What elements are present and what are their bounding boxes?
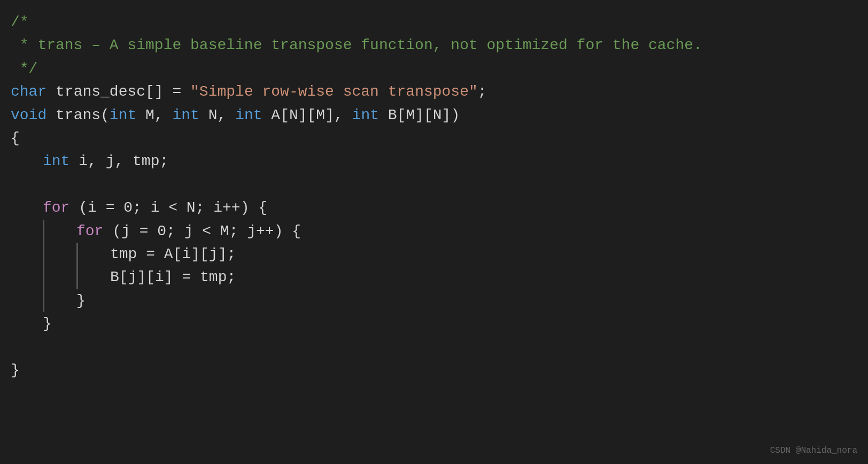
code-text: } (11, 359, 20, 382)
keyword-int: int (235, 104, 262, 127)
code-text: M, (136, 104, 172, 127)
code-line: for (j = 0; j < M; j++) { (44, 220, 857, 243)
code-text: (i = 0; i < N; i++) { (69, 196, 267, 219)
code-line: } (11, 312, 857, 335)
code-line: } (44, 289, 857, 312)
for-block-outer: for (j = 0; j < M; j++) { tmp = A[i][j];… (11, 220, 857, 313)
string-literal: "Simple row-wise scan transpose" (190, 80, 478, 103)
keyword-for: for (76, 220, 103, 243)
keyword-char: char (11, 80, 46, 103)
code-text: N, (199, 104, 235, 127)
code-line: } (11, 359, 857, 382)
keyword-int: int (110, 104, 136, 127)
code-line: */ (11, 57, 857, 80)
code-text: (j = 0; j < M; j++) { (103, 220, 301, 243)
code-text: B[M][N]) (379, 104, 460, 127)
keyword-void: void (11, 104, 46, 127)
code-line: /* (11, 11, 857, 34)
code-line (11, 335, 857, 358)
keyword-int: int (172, 104, 199, 127)
keyword-int: int (43, 150, 69, 173)
code-text: i, j, tmp; (69, 150, 168, 173)
watermark: CSDN @Nahida_nora (770, 444, 857, 458)
code-line: * trans – A simple baseline transpose fu… (11, 34, 857, 57)
code-text: trans_desc[] = (46, 80, 190, 103)
comment: */ (11, 57, 37, 80)
keyword-int: int (352, 104, 379, 127)
code-line: char trans_desc[] = "Simple row-wise sca… (11, 80, 857, 103)
code-text: B[j][i] = tmp; (110, 266, 236, 289)
keyword-for: for (43, 196, 69, 219)
code-text: trans( (46, 104, 110, 127)
comment: * trans – A simple baseline transpose fu… (11, 34, 702, 57)
code-line: tmp = A[i][j]; (78, 243, 857, 266)
code-text: ; (478, 80, 487, 103)
code-container: /* * trans – A simple baseline transpose… (0, 0, 868, 464)
code-block: /* * trans – A simple baseline transpose… (11, 11, 857, 382)
code-line: void trans(int M, int N, int A[N][M], in… (11, 104, 857, 127)
code-line: for (i = 0; i < N; i++) { (11, 196, 857, 219)
code-text: } (43, 312, 52, 335)
for-block-j: tmp = A[i][j]; B[j][i] = tmp; (44, 243, 857, 289)
for-j-content: tmp = A[i][j]; B[j][i] = tmp; (78, 243, 857, 289)
code-line: { (11, 127, 857, 150)
code-line: int i, j, tmp; (11, 150, 857, 173)
for-block-inner-content: for (j = 0; j < M; j++) { tmp = A[i][j];… (44, 220, 857, 313)
code-line: B[j][i] = tmp; (78, 266, 857, 289)
code-text: A[N][M], (262, 104, 352, 127)
code-text: { (11, 127, 20, 150)
code-text: } (76, 289, 86, 312)
code-line (11, 173, 857, 196)
comment: /* (11, 11, 29, 34)
code-text: tmp = A[i][j]; (110, 243, 236, 266)
